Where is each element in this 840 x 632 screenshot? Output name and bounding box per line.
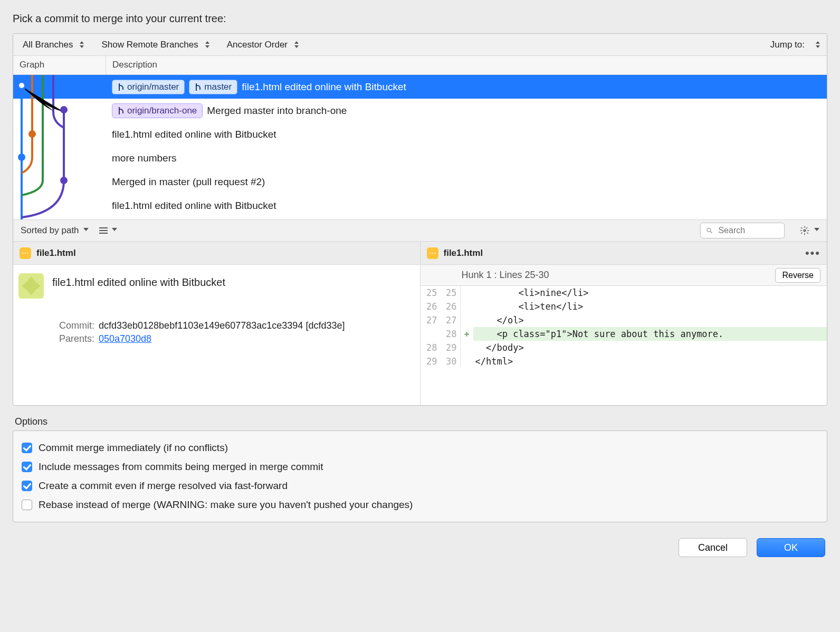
branch-tag-label: origin/branch-one bbox=[127, 106, 197, 116]
commit-message: Merged in master (pull request #2) bbox=[112, 176, 265, 188]
diff-marker bbox=[461, 313, 473, 327]
new-lineno: 27 bbox=[441, 313, 461, 327]
graph-column-header: Graph bbox=[13, 56, 106, 74]
graph-cell bbox=[13, 170, 106, 194]
commit-desc: origin/branch-oneMerged master into bran… bbox=[106, 103, 827, 118]
branch-tag-label: master bbox=[204, 82, 232, 92]
column-headers: Graph Description bbox=[13, 56, 827, 75]
updown-icon[interactable] bbox=[814, 40, 822, 50]
cancel-button[interactable]: Cancel bbox=[679, 538, 747, 557]
option-label: Create a commit even if merge resolved v… bbox=[39, 480, 288, 492]
diff-marker bbox=[461, 300, 473, 313]
detail-toolbar: Sorted by path bbox=[13, 219, 827, 242]
sort-dropdown[interactable]: Sorted by path bbox=[21, 225, 89, 236]
branch-tag-label: origin/master bbox=[127, 82, 179, 92]
commit-message: Merged master into branch-one bbox=[207, 105, 347, 117]
option-row[interactable]: Rebase instead of merge (WARNING: make s… bbox=[22, 495, 818, 514]
view-mode[interactable] bbox=[99, 227, 117, 234]
diff-pane: ⋯ file1.html ••• Hunk 1 : Lines 25-30 Re… bbox=[420, 242, 827, 405]
order-filter-label: Ancestor Order bbox=[227, 40, 288, 50]
order-filter[interactable]: Ancestor Order bbox=[227, 40, 300, 50]
commit-row[interactable]: origin/branch-oneMerged master into bran… bbox=[13, 99, 827, 122]
diff-text: <li>nine</li> bbox=[473, 286, 827, 300]
remote-filter[interactable]: Show Remote Branches bbox=[101, 40, 211, 50]
new-lineno: 28 bbox=[441, 327, 461, 341]
diff-text: <p class="p1">Not sure about this anymor… bbox=[473, 327, 827, 341]
option-label: Include messages from commits being merg… bbox=[39, 461, 323, 473]
dialog-title: Pick a commit to merge into your current… bbox=[13, 13, 827, 25]
commit-subject: file1.html edited online with Bitbucket bbox=[52, 276, 415, 289]
diff-line[interactable]: 2525 <li>nine</li> bbox=[421, 286, 827, 300]
file-icon: ⋯ bbox=[427, 247, 438, 259]
commit-row[interactable]: Merged in master (pull request #2) bbox=[13, 170, 827, 194]
search-icon bbox=[706, 226, 713, 235]
updown-icon bbox=[293, 40, 300, 50]
description-column-header: Description bbox=[106, 56, 827, 74]
branch-tag[interactable]: master bbox=[189, 80, 237, 94]
new-lineno: 30 bbox=[441, 355, 461, 368]
diff-line[interactable]: 2626 <li>ten</li> bbox=[421, 300, 827, 313]
svg-rect-8 bbox=[804, 226, 805, 228]
svg-point-5 bbox=[707, 228, 711, 232]
diff-code[interactable]: 2525 <li>nine</li>2626 <li>ten</li>2727 … bbox=[421, 286, 827, 368]
diff-line[interactable]: 2829 </body> bbox=[421, 341, 827, 355]
checkbox[interactable] bbox=[22, 443, 32, 453]
commit-row[interactable]: more numbers bbox=[13, 146, 827, 170]
commit-message: file1.html edited online with Bitbucket bbox=[112, 129, 276, 140]
option-row[interactable]: Create a commit even if merge resolved v… bbox=[22, 476, 818, 495]
commit-desc: origin/mastermasterfile1.html edited onl… bbox=[106, 80, 827, 94]
diff-line[interactable]: 28+ <p class="p1">Not sure about this an… bbox=[421, 327, 827, 341]
graph-cell bbox=[13, 75, 106, 99]
settings-menu[interactable] bbox=[795, 225, 819, 236]
checkbox[interactable] bbox=[22, 462, 32, 472]
more-icon[interactable]: ••• bbox=[805, 246, 820, 260]
branch-icon bbox=[195, 83, 201, 91]
jump-to-label: Jump to: bbox=[770, 40, 805, 50]
new-lineno: 29 bbox=[441, 341, 461, 355]
svg-rect-10 bbox=[800, 230, 802, 231]
old-lineno: 29 bbox=[421, 355, 441, 368]
svg-rect-12 bbox=[801, 227, 803, 229]
checkbox[interactable] bbox=[22, 500, 32, 510]
dialog-footer: Cancel OK bbox=[13, 538, 827, 557]
branch-tag[interactable]: origin/branch-one bbox=[112, 103, 203, 118]
diff-marker bbox=[461, 286, 473, 300]
graph-cell bbox=[13, 146, 106, 170]
reverse-button[interactable]: Reverse bbox=[775, 268, 820, 283]
svg-rect-11 bbox=[807, 230, 809, 231]
gear-icon bbox=[799, 225, 810, 236]
detail-split: ⋯ file1.html file1.html edited online wi… bbox=[13, 242, 827, 405]
parent-link[interactable]: 050a7030d8 bbox=[99, 333, 151, 344]
ok-button[interactable]: OK bbox=[757, 538, 825, 557]
new-lineno: 26 bbox=[441, 300, 461, 313]
commit-list[interactable]: origin/mastermasterfile1.html edited onl… bbox=[13, 75, 827, 219]
file-header-left[interactable]: ⋯ file1.html bbox=[13, 242, 420, 265]
svg-line-6 bbox=[710, 232, 712, 233]
checkbox[interactable] bbox=[22, 481, 32, 491]
commit-row[interactable]: origin/mastermasterfile1.html edited onl… bbox=[13, 75, 827, 99]
jump-to[interactable]: Jump to: bbox=[770, 40, 805, 50]
commit-row[interactable]: file1.html edited online with Bitbucket bbox=[13, 122, 827, 146]
branch-tag[interactable]: origin/master bbox=[112, 80, 185, 94]
updown-icon bbox=[204, 40, 211, 50]
search-input[interactable] bbox=[717, 225, 779, 236]
diff-text: <li>ten</li> bbox=[473, 300, 827, 313]
options-title: Options bbox=[15, 416, 827, 427]
commit-row[interactable]: file1.html edited online with Bitbucket bbox=[13, 194, 827, 217]
option-row[interactable]: Commit merge immediately (if no conflict… bbox=[22, 438, 818, 457]
branch-filter[interactable]: All Branches bbox=[23, 40, 85, 50]
author-avatar bbox=[18, 273, 44, 299]
svg-rect-14 bbox=[806, 227, 808, 229]
file-header-right[interactable]: ⋯ file1.html ••• bbox=[421, 242, 827, 265]
search-box[interactable] bbox=[700, 223, 785, 238]
branch-icon bbox=[118, 83, 124, 91]
commit-detail-pane: ⋯ file1.html file1.html edited online wi… bbox=[13, 242, 420, 405]
commit-message: more numbers bbox=[112, 152, 177, 164]
diff-marker bbox=[461, 355, 473, 368]
option-row[interactable]: Include messages from commits being merg… bbox=[22, 457, 818, 476]
chevron-down-icon bbox=[814, 228, 819, 233]
diff-line[interactable]: 2727 </ol> bbox=[421, 313, 827, 327]
diff-line[interactable]: 2930</html> bbox=[421, 355, 827, 368]
list-icon bbox=[99, 227, 108, 234]
parents-label: Parents: bbox=[52, 333, 94, 344]
